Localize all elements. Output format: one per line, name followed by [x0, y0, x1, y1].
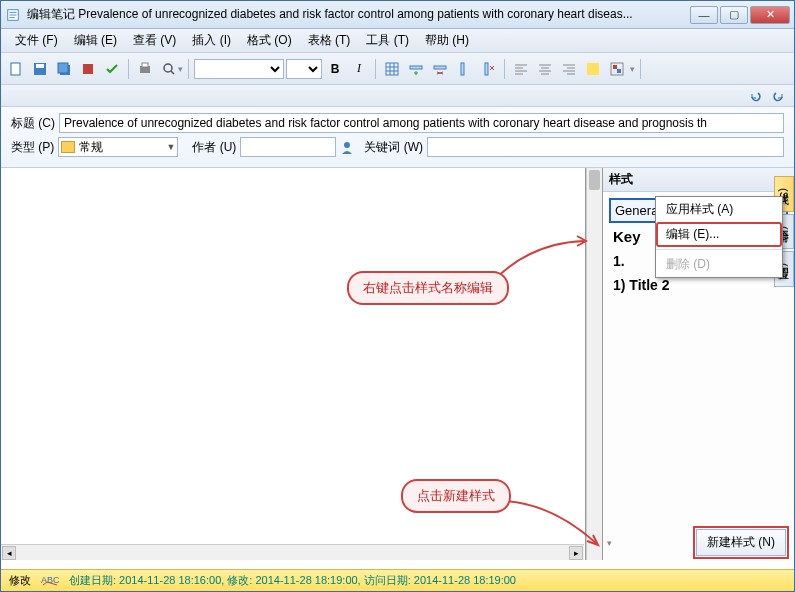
- svg-rect-19: [410, 66, 422, 69]
- keyword-input[interactable]: [427, 137, 784, 157]
- svg-rect-11: [142, 63, 148, 67]
- close-button[interactable]: ✕: [750, 6, 790, 24]
- svg-rect-14: [386, 63, 398, 75]
- menu-help[interactable]: 帮助 (H): [417, 29, 477, 52]
- folder-icon: [61, 141, 75, 153]
- context-delete-style: 删除 (D): [656, 252, 782, 277]
- styles-panel: 样式 × General Key 1. 1) Title 2 应用样式 (A) …: [602, 168, 794, 560]
- context-edit-style[interactable]: 编辑 (E)...: [656, 222, 782, 247]
- type-value: 常规: [79, 139, 103, 156]
- font-select[interactable]: [194, 59, 284, 79]
- chevron-down-icon: ▼: [166, 142, 175, 152]
- fields-area: 标题 (C) 类型 (P) 常规 ▼ 作者 (U) 关键词 (W): [1, 107, 794, 168]
- panel-arrow-icon[interactable]: ▾: [607, 538, 612, 548]
- svg-rect-41: [587, 63, 599, 75]
- saveall-icon[interactable]: [53, 58, 75, 80]
- menu-insert[interactable]: 插入 (I): [184, 29, 239, 52]
- menu-table[interactable]: 表格 (T): [300, 29, 359, 52]
- align-center-icon[interactable]: [534, 58, 556, 80]
- styles-panel-title: 样式: [609, 171, 780, 188]
- context-apply-style[interactable]: 应用样式 (A): [656, 197, 782, 222]
- insert-row-icon[interactable]: [405, 58, 427, 80]
- italic-button[interactable]: I: [348, 58, 370, 80]
- keyword-label: 关键词 (W): [364, 139, 423, 156]
- svg-rect-26: [485, 63, 488, 75]
- check-icon[interactable]: [101, 58, 123, 80]
- status-dates: 创建日期: 2014-11-28 18:16:00, 修改: 2014-11-2…: [69, 573, 516, 588]
- menu-tools[interactable]: 工具 (T): [358, 29, 417, 52]
- svg-rect-43: [613, 65, 617, 69]
- title-input[interactable]: [59, 113, 784, 133]
- svg-text:ABC: ABC: [41, 575, 59, 585]
- svg-rect-9: [83, 64, 93, 74]
- bold-button[interactable]: B: [324, 58, 346, 80]
- bg-color-icon[interactable]: [606, 58, 628, 80]
- fontsize-select[interactable]: [286, 59, 322, 79]
- align-left-icon[interactable]: [510, 58, 532, 80]
- new-icon[interactable]: [5, 58, 27, 80]
- dropdown-arrow-icon[interactable]: ▾: [178, 64, 183, 74]
- svg-rect-4: [11, 63, 20, 75]
- callout-arrow-2: [501, 493, 601, 553]
- svg-rect-22: [434, 66, 446, 69]
- author-input[interactable]: [240, 137, 336, 157]
- statusbar: 修改 ABC 创建日期: 2014-11-28 18:16:00, 修改: 20…: [1, 569, 794, 591]
- app-icon: [5, 7, 21, 23]
- window-controls: — ▢ ✕: [690, 6, 790, 24]
- menu-edit[interactable]: 编辑 (E): [66, 29, 125, 52]
- dropdown-arrow-icon[interactable]: ▾: [630, 64, 635, 74]
- menu-file[interactable]: 文件 (F): [7, 29, 66, 52]
- svg-point-12: [164, 64, 172, 72]
- window-title: 编辑笔记 Prevalence of unrecognized diabetes…: [27, 6, 690, 23]
- svg-rect-8: [58, 63, 68, 73]
- print-icon[interactable]: [134, 58, 156, 80]
- insert-col-icon[interactable]: [453, 58, 475, 80]
- delete-row-icon[interactable]: [429, 58, 451, 80]
- svg-point-45: [344, 142, 350, 148]
- titlebar: 编辑笔记 Prevalence of unrecognized diabetes…: [1, 1, 794, 29]
- author-label: 作者 (U): [192, 139, 236, 156]
- minimize-button[interactable]: —: [690, 6, 718, 24]
- menubar: 文件 (F) 编辑 (E) 查看 (V) 插入 (I) 格式 (O) 表格 (T…: [1, 29, 794, 53]
- toolbar-row2: [1, 85, 794, 107]
- highlight-icon[interactable]: [582, 58, 604, 80]
- svg-rect-6: [36, 64, 44, 68]
- save-icon[interactable]: [29, 58, 51, 80]
- table-icon[interactable]: [381, 58, 403, 80]
- book-icon[interactable]: [77, 58, 99, 80]
- type-label: 类型 (P): [11, 139, 54, 156]
- styles-list: General Key 1. 1) Title 2 应用样式 (A) 编辑 (E…: [603, 192, 794, 525]
- svg-rect-25: [461, 63, 464, 75]
- hscroll-left-icon[interactable]: ◂: [2, 546, 16, 560]
- redo-icon[interactable]: [770, 87, 788, 105]
- menu-view[interactable]: 查看 (V): [125, 29, 184, 52]
- menu-format[interactable]: 格式 (O): [239, 29, 300, 52]
- style-context-menu: 应用样式 (A) 编辑 (E)... 删除 (D): [655, 196, 783, 278]
- status-mod: 修改: [9, 573, 31, 588]
- delete-col-icon[interactable]: [477, 58, 499, 80]
- toolbar: ▾ B I ▾: [1, 53, 794, 85]
- editor-hscroll[interactable]: ◂ ▸: [1, 544, 584, 560]
- undo-icon[interactable]: [746, 87, 764, 105]
- maximize-button[interactable]: ▢: [720, 6, 748, 24]
- svg-line-13: [171, 71, 174, 74]
- callout-new-style: 点击新建样式: [401, 479, 511, 513]
- svg-rect-44: [617, 69, 621, 73]
- spellcheck-icon[interactable]: ABC: [41, 574, 59, 588]
- person-icon[interactable]: [340, 140, 354, 154]
- search-icon[interactable]: [158, 58, 180, 80]
- content-area: 样式 × General Key 1. 1) Title 2 应用样式 (A) …: [1, 168, 794, 560]
- align-right-icon[interactable]: [558, 58, 580, 80]
- callout-edit-style: 右键点击样式名称编辑: [347, 271, 509, 305]
- new-style-button[interactable]: 新建样式 (N): [696, 529, 786, 556]
- type-select[interactable]: 常规 ▼: [58, 137, 178, 157]
- title-label: 标题 (C): [11, 115, 55, 132]
